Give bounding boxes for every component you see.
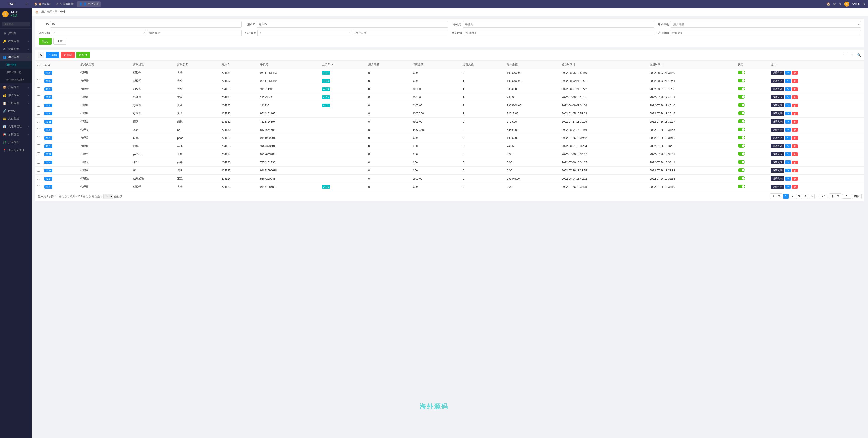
page-size-select[interactable]: 15 20 50 (103, 194, 113, 199)
row-delete-button[interactable]: 🗑 (792, 160, 798, 164)
row-edit-button[interactable]: ✎ (785, 136, 791, 140)
row-edit-button[interactable]: ✎ (785, 177, 791, 180)
header-reg[interactable]: 注册时间 ⋮ (648, 61, 736, 69)
sidebar-item-funds[interactable]: 💰用户资金 › (0, 91, 32, 99)
filter-balance-op[interactable]: ≥≤ (257, 30, 352, 36)
filter-phone-input[interactable] (463, 21, 654, 28)
row-edit-button[interactable]: ✎ (785, 95, 791, 99)
row-edit-button[interactable]: ✎ (785, 104, 791, 107)
prev-page-button[interactable]: 上一页 (770, 194, 782, 199)
sidebar-item-agents[interactable]: 👔代理商管理 › (0, 123, 32, 130)
row-delete-button[interactable]: 🗑 (792, 185, 798, 189)
status-toggle[interactable] (738, 144, 745, 147)
sidebar-item-permissions[interactable]: 🔑权限管理 › (0, 37, 32, 45)
sidebar-item-products[interactable]: 📦产品管理 › (0, 84, 32, 91)
row-checkbox-input[interactable] (37, 79, 40, 82)
row-delete-button[interactable]: 🗑 (792, 95, 798, 99)
page-jump-input[interactable] (842, 194, 851, 199)
row-checkbox-input[interactable] (37, 136, 40, 139)
row-checkbox-input[interactable] (37, 177, 40, 180)
row-delete-button[interactable]: 🗑 (792, 144, 798, 148)
row-edit-button[interactable]: ✎ (785, 79, 791, 83)
header-parent[interactable]: 上级ID ▼ (320, 61, 366, 69)
status-toggle[interactable] (738, 103, 745, 107)
row-checkbox-input[interactable] (37, 104, 40, 107)
status-toggle[interactable] (738, 168, 745, 172)
top-nav-dashboard[interactable]: 🏠 🏠 控制台 (32, 1, 53, 7)
sidebar-item-config[interactable]: ⚙常规配置 › (0, 45, 32, 53)
invite-list-button[interactable]: 邀请列表 (771, 168, 784, 173)
invite-list-button[interactable]: 邀请列表 (771, 119, 784, 124)
row-edit-button[interactable]: ✎ (785, 169, 791, 172)
row-delete-button[interactable]: 🗑 (792, 128, 798, 132)
row-delete-button[interactable]: 🗑 (792, 71, 798, 75)
top-nav-settings[interactable]: ⚙ ⚙ 参数配置 (54, 1, 76, 7)
sidebar-search-input[interactable] (2, 22, 30, 27)
status-toggle[interactable] (738, 127, 745, 131)
row-checkbox-input[interactable] (37, 152, 40, 155)
page-jump-button[interactable]: 跳转 (852, 194, 862, 199)
filter-reset-button[interactable]: 重置 (53, 38, 66, 45)
grid-view-icon[interactable]: ⊞ (850, 52, 854, 58)
delete-button[interactable]: 🗑 删除 (61, 52, 74, 58)
page-1-button[interactable]: 1 (783, 194, 789, 199)
sidebar-item-payment[interactable]: 💳支付配置 (0, 115, 32, 123)
status-toggle[interactable] (738, 119, 745, 123)
row-edit-button[interactable]: ✎ (785, 128, 791, 132)
row-checkbox-input[interactable] (37, 95, 40, 98)
sidebar-item-user-management[interactable]: 用户管理 (0, 61, 32, 68)
last-page-button[interactable]: 275 (819, 194, 828, 199)
status-toggle[interactable] (738, 160, 745, 164)
invite-list-button[interactable]: 邀请列表 (771, 127, 784, 132)
row-edit-button[interactable]: ✎ (785, 152, 791, 156)
row-delete-button[interactable]: 🗑 (792, 152, 798, 156)
status-toggle[interactable] (738, 185, 745, 188)
sidebar-item-sms[interactable]: 短信验证码管理 (0, 76, 32, 84)
row-checkbox-input[interactable] (37, 169, 40, 172)
more-button[interactable]: 更多 ▼ (76, 52, 90, 58)
menu-toggle-icon[interactable]: ☰ (25, 2, 28, 6)
filter-id-input[interactable] (50, 21, 242, 28)
invite-list-button[interactable]: 邀请列表 (771, 95, 784, 99)
header-login[interactable]: 登录时间 ⋮ (560, 61, 648, 69)
row-checkbox-input[interactable] (37, 120, 40, 123)
page-2-button[interactable]: 2 (789, 194, 795, 199)
sidebar-item-dashboard[interactable]: ⊞控制台 (0, 29, 32, 37)
invite-list-button[interactable]: 邀请列表 (771, 103, 784, 108)
status-toggle[interactable] (738, 87, 745, 90)
status-toggle[interactable] (738, 136, 745, 139)
invite-list-button[interactable]: 邀请列表 (771, 70, 784, 75)
invite-list-button[interactable]: 邀请列表 (771, 144, 784, 148)
row-delete-button[interactable]: 🗑 (792, 112, 798, 115)
sidebar-item-address[interactable]: 📍长版地址管理 (0, 146, 32, 154)
sidebar-item-exchange[interactable]: 💱汇率管理 (0, 139, 32, 146)
row-checkbox-input[interactable] (37, 112, 40, 115)
status-toggle[interactable] (738, 70, 745, 74)
sidebar-item-login-log[interactable]: 用户登录日志 (0, 68, 32, 76)
next-page-button[interactable]: 下一页 (829, 194, 841, 199)
invite-list-button[interactable]: 邀请列表 (771, 87, 784, 91)
select-all-checkbox[interactable] (37, 63, 40, 66)
page-4-button[interactable]: 4 (803, 194, 808, 199)
header-id[interactable]: ID ▲ (42, 61, 79, 69)
filter-consume-input[interactable] (147, 30, 242, 36)
page-5-button[interactable]: 5 (809, 194, 815, 199)
sidebar-item-orders[interactable]: 📋订单管理 › (0, 99, 32, 107)
invite-list-button[interactable]: 邀请列表 (771, 185, 784, 189)
close-icon[interactable]: ✕ (839, 2, 842, 6)
row-delete-button[interactable]: 🗑 (792, 120, 798, 123)
home-right-icon[interactable]: 🏠 (827, 2, 830, 6)
row-checkbox-input[interactable] (37, 71, 40, 74)
invite-list-button[interactable]: 邀请列表 (771, 79, 784, 83)
invite-list-button[interactable]: 邀请列表 (771, 136, 784, 140)
row-checkbox-input[interactable] (37, 144, 40, 147)
row-delete-button[interactable]: 🗑 (792, 79, 798, 83)
row-edit-button[interactable]: ✎ (785, 87, 791, 91)
row-delete-button[interactable]: 🗑 (792, 104, 798, 107)
row-checkbox-input[interactable] (37, 160, 40, 164)
status-toggle[interactable] (738, 79, 745, 82)
filter-login-time-input[interactable] (464, 30, 654, 36)
status-toggle[interactable] (738, 152, 745, 156)
row-checkbox-input[interactable] (37, 87, 40, 90)
filter-userid-input[interactable] (256, 21, 448, 28)
